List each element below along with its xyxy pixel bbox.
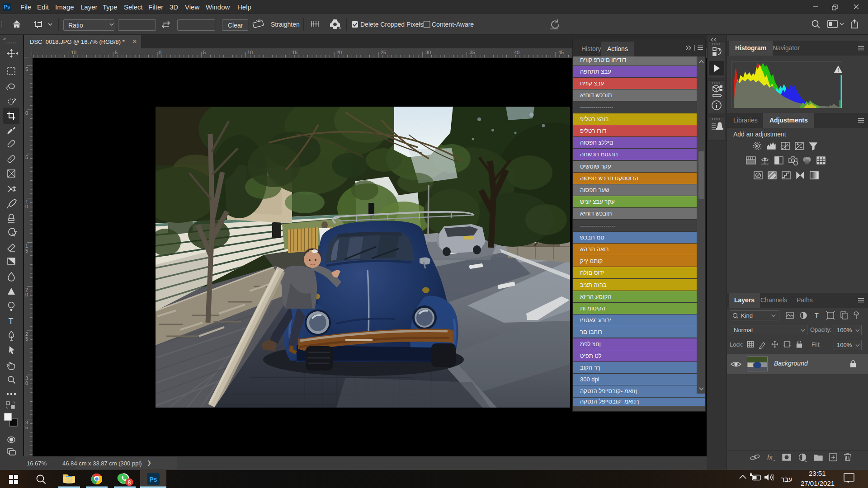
svg-text:»: » (3, 36, 6, 41)
svg-text:Kind: Kind (741, 312, 753, 319)
svg-text:T: T (9, 317, 14, 326)
svg-text:8: 8 (128, 479, 131, 486)
svg-text:T: T (815, 312, 819, 319)
svg-text:Ps: Ps (149, 476, 157, 483)
svg-text:fx: fx (767, 453, 773, 461)
